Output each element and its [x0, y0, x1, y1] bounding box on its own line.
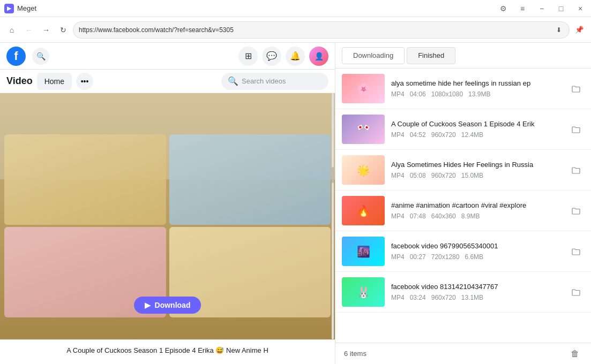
- download-item: 🌟 Alya Sometimes Hides Her Feelings in R…: [335, 150, 591, 191]
- item-thumbnail: 🎌: [342, 115, 385, 144]
- item-format: MP4: [391, 294, 405, 301]
- url-bar[interactable]: https://www.facebook.com/watch/?ref=sear…: [73, 21, 570, 39]
- downloads-panel: Downloading Finished 🌸 alya sometime hid…: [335, 43, 591, 364]
- title-bar: ▶ Meget ⚙ ≡ − □ ×: [0, 0, 591, 17]
- tabs-row: Downloading Finished: [335, 43, 591, 69]
- facebook-grid-icon[interactable]: ⊞: [238, 47, 258, 66]
- item-info: alya sometime hide her feelings in russi…: [391, 79, 561, 98]
- video-search-icon: 🔍: [228, 76, 238, 86]
- browser-panel: f 🔍 ⊞ 💬 🔔 👤 Video Home ••• 🔍 Search vide…: [0, 43, 335, 364]
- download-overlay-label: Download: [155, 301, 191, 309]
- facebook-logo: f: [6, 47, 26, 66]
- item-duration: 03:24: [410, 294, 426, 301]
- item-duration: 05:08: [410, 172, 426, 179]
- downloads-footer: 6 items 🗑: [335, 343, 591, 364]
- back-button[interactable]: ←: [21, 22, 36, 37]
- title-bar-left: ▶ Meget: [4, 4, 36, 13]
- close-button[interactable]: ×: [574, 2, 587, 15]
- trash-button[interactable]: 🗑: [567, 346, 582, 361]
- item-resolution: 960x720: [431, 172, 456, 179]
- item-folder-button[interactable]: [567, 166, 585, 175]
- item-meta: MP4 03:24 960x720 13.1MB: [391, 294, 561, 301]
- footer-item-count: 6 items: [344, 350, 366, 358]
- video-area[interactable]: ▶ Download: [0, 93, 335, 339]
- item-thumbnail: 🌆: [342, 237, 385, 266]
- item-thumbnail: 🌸: [342, 74, 385, 103]
- item-duration: 07:48: [410, 213, 426, 220]
- bookmark-button[interactable]: 📌: [572, 22, 587, 37]
- download-item: 🎌 A Couple of Cuckoos Season 1 Episode 4…: [335, 109, 591, 150]
- item-size: 8.9MB: [461, 213, 480, 220]
- item-info: Alya Sometimes Hides Her Feelings in Rus…: [391, 161, 561, 179]
- browser-bar: ⌂ ← → ↻ https://www.facebook.com/watch/?…: [0, 17, 591, 43]
- item-size: 12.4MB: [461, 131, 483, 139]
- app-title: Meget: [17, 4, 36, 12]
- item-resolution: 960x720: [431, 131, 456, 139]
- download-overlay-button[interactable]: ▶ Download: [134, 297, 201, 314]
- video-caption: A Couple of Cuckoos Season 1 Episode 4 E…: [0, 339, 335, 364]
- tab-downloading[interactable]: Downloading: [342, 47, 405, 64]
- item-folder-button[interactable]: [567, 247, 585, 256]
- scroll-thumb: [332, 167, 334, 183]
- item-title: #anime #animation #cartoon #viral #explo…: [391, 201, 561, 209]
- item-info: facebook video 813142104347767 MP4 03:24…: [391, 283, 561, 301]
- item-thumbnail: 🌟: [342, 155, 385, 185]
- item-meta: MP4 04:06 1080x1080 13.9MB: [391, 90, 561, 98]
- item-folder-button[interactable]: [567, 85, 585, 93]
- caption-text: A Couple of Cuckoos Season 1 Episode 4 E…: [66, 346, 268, 354]
- item-title: A Couple of Cuckoos Season 1 Episode 4 E…: [391, 120, 561, 128]
- item-format: MP4: [391, 131, 405, 139]
- item-format: MP4: [391, 90, 405, 98]
- item-title: Alya Sometimes Hides Her Feelings in Rus…: [391, 161, 561, 169]
- item-folder-button[interactable]: [567, 125, 585, 134]
- thumb-icon: 🌸: [342, 74, 385, 103]
- download-item: 🔥 #anime #animation #cartoon #viral #exp…: [335, 191, 591, 231]
- facebook-messenger-icon[interactable]: 💬: [262, 47, 281, 66]
- item-size: 6.6MB: [465, 253, 483, 261]
- menu-button[interactable]: ≡: [516, 2, 529, 15]
- facebook-notifications-icon[interactable]: 🔔: [286, 47, 305, 66]
- video-more-button[interactable]: •••: [76, 73, 93, 90]
- item-meta: MP4 07:48 640x360 8.9MB: [391, 213, 561, 220]
- thumb-icon: 🐰: [342, 277, 385, 307]
- title-bar-right: ⚙ ≡ − □ ×: [497, 2, 587, 15]
- item-resolution: 720x1280: [431, 253, 460, 261]
- thumb-icon: 🔥: [342, 196, 385, 225]
- item-format: MP4: [391, 213, 405, 220]
- item-format: MP4: [391, 253, 405, 261]
- item-duration: 04:52: [410, 131, 426, 139]
- maximize-button[interactable]: □: [555, 2, 567, 15]
- item-info: #anime #animation #cartoon #viral #explo…: [391, 201, 561, 220]
- thumb-icon: 🌆: [342, 237, 385, 266]
- main-content: f 🔍 ⊞ 💬 🔔 👤 Video Home ••• 🔍 Search vide…: [0, 43, 591, 364]
- thumb-icon: 🎌: [342, 115, 385, 144]
- download-url-icon: ⬇: [554, 25, 564, 35]
- tab-finished[interactable]: Finished: [407, 47, 455, 64]
- facebook-avatar[interactable]: 👤: [309, 47, 328, 66]
- video-search-bar[interactable]: 🔍 Search videos: [221, 73, 328, 90]
- item-info: A Couple of Cuckoos Season 1 Episode 4 E…: [391, 120, 561, 139]
- item-title: facebook video 967990565340001: [391, 242, 561, 250]
- download-item: 🐰 facebook video 813142104347767 MP4 03:…: [335, 272, 591, 313]
- scroll-indicator: [332, 93, 334, 339]
- facebook-nav-right: ⊞ 💬 🔔 👤: [238, 47, 328, 66]
- item-size: 15.0MB: [461, 172, 483, 179]
- item-duration: 00:27: [410, 253, 426, 261]
- video-header: Video Home ••• 🔍 Search videos: [0, 70, 335, 93]
- video-home-button[interactable]: Home: [37, 73, 72, 90]
- item-folder-button[interactable]: [567, 207, 585, 215]
- minimize-button[interactable]: −: [535, 2, 548, 15]
- home-button[interactable]: ⌂: [4, 22, 19, 37]
- download-overlay-icon: ▶: [145, 301, 151, 309]
- settings-button[interactable]: ⚙: [497, 2, 510, 15]
- item-duration: 04:06: [410, 90, 426, 98]
- forward-button[interactable]: →: [39, 22, 54, 37]
- facebook-search-button[interactable]: 🔍: [32, 48, 49, 65]
- app-icon: ▶: [4, 4, 14, 13]
- item-folder-button[interactable]: [567, 288, 585, 297]
- item-meta: MP4 00:27 720x1280 6.6MB: [391, 253, 561, 261]
- url-text: https://www.facebook.com/watch/?ref=sear…: [79, 26, 551, 34]
- download-item: 🌸 alya sometime hide her feelings in rus…: [335, 69, 591, 109]
- refresh-button[interactable]: ↻: [56, 22, 71, 37]
- downloads-list: 🌸 alya sometime hide her feelings in rus…: [335, 69, 591, 343]
